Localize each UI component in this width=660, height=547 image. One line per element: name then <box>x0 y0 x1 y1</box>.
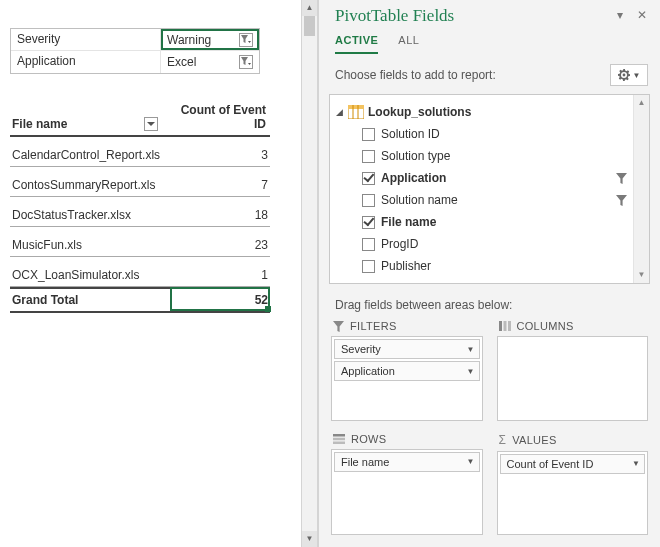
field-label: Publisher <box>381 259 431 273</box>
close-button[interactable]: ✕ <box>634 9 650 23</box>
grand-total-value: 52 <box>168 293 268 307</box>
filters-area: FILTERS Severity ▼ Application ▼ <box>331 320 483 421</box>
available-fields-list: ◢ Lookup_solutions Solution ID Solution … <box>329 94 650 284</box>
field-item-publisher[interactable]: Publisher <box>336 255 649 277</box>
table-row[interactable]: DocStatusTracker.xlsx 18 <box>10 197 270 227</box>
field-checkbox[interactable] <box>362 260 375 273</box>
field-item-solution-name[interactable]: Solution name <box>336 189 649 211</box>
row-value: 18 <box>168 208 268 222</box>
scroll-down-icon[interactable]: ▼ <box>634 267 649 283</box>
field-checkbox[interactable] <box>362 172 375 185</box>
funnel-dropdown-icon <box>241 57 251 67</box>
field-checkbox[interactable] <box>362 150 375 163</box>
area-item-label: File name <box>341 456 389 468</box>
chevron-down-icon[interactable]: ▼ <box>467 457 475 466</box>
panel-toolbar: Choose fields to add to report: ▼ <box>319 54 660 94</box>
field-checkbox[interactable] <box>362 216 375 229</box>
field-item-file-name[interactable]: File name <box>336 211 649 233</box>
panel-title: PivotTable Fields <box>335 6 454 26</box>
fields-list-scrollbar[interactable]: ▲ ▼ <box>633 95 649 283</box>
field-label: Solution ID <box>381 127 440 141</box>
area-item-file-name[interactable]: File name ▼ <box>334 452 480 472</box>
grand-total-row[interactable]: Grand Total 52 <box>10 287 270 313</box>
filters-dropzone[interactable]: Severity ▼ Application ▼ <box>331 336 483 421</box>
filter-row-severity: Severity Warning <box>11 29 259 51</box>
funnel-dropdown-icon <box>241 35 251 45</box>
field-checkbox[interactable] <box>362 128 375 141</box>
row-labels-header[interactable]: File name <box>10 99 164 135</box>
filter-value-cell[interactable]: Excel <box>161 51 259 73</box>
fields-source-node[interactable]: ◢ Lookup_solutions <box>336 101 649 123</box>
table-row[interactable]: OCX_LoanSimulator.xls 1 <box>10 257 270 287</box>
collapse-caret-icon[interactable]: ◢ <box>336 107 346 117</box>
values-dropzone[interactable]: Count of Event ID ▼ <box>497 451 649 536</box>
field-label: Solution name <box>381 193 458 207</box>
scroll-up-icon[interactable]: ▲ <box>634 95 649 111</box>
area-item-application[interactable]: Application ▼ <box>334 361 480 381</box>
filter-dropdown-button[interactable] <box>239 33 253 47</box>
area-item-count-event-id[interactable]: Count of Event ID ▼ <box>500 454 646 474</box>
filter-value-text: Excel <box>167 55 196 69</box>
values-header: Count of Event ID <box>164 99 270 135</box>
columns-dropzone[interactable] <box>497 336 649 421</box>
panel-header: PivotTable Fields ▾ ✕ <box>319 0 660 26</box>
tools-dropdown-button[interactable]: ▼ <box>610 64 648 86</box>
tab-all[interactable]: ALL <box>398 30 419 54</box>
table-row[interactable]: MusicFun.xls 23 <box>10 227 270 257</box>
table-row[interactable]: ContosSummaryReport.xls 7 <box>10 167 270 197</box>
filter-value-cell[interactable]: Warning <box>161 29 259 50</box>
chevron-down-icon[interactable]: ▼ <box>467 367 475 376</box>
active-cell-selection <box>170 287 270 311</box>
chevron-down-icon: ▼ <box>633 71 641 80</box>
fields-source-label: Lookup_solutions <box>368 105 471 119</box>
table-source-icon <box>348 105 364 119</box>
svg-rect-5 <box>503 321 506 331</box>
area-item-label: Application <box>341 365 395 377</box>
field-item-solution-type[interactable]: Solution type <box>336 145 649 167</box>
filter-value-text: Warning <box>167 33 211 47</box>
filter-dropdown-button[interactable] <box>239 55 253 69</box>
field-label: Solution type <box>381 149 450 163</box>
field-label: File name <box>381 215 436 229</box>
scroll-up-icon[interactable]: ▲ <box>302 0 317 16</box>
scroll-down-icon[interactable]: ▼ <box>302 531 317 547</box>
pivot-table-area: Severity Warning Application Excel File … <box>0 0 318 547</box>
pivot-data-zone: File name Count of Event ID CalendarCont… <box>10 99 270 313</box>
areas-grid: FILTERS Severity ▼ Application ▼ COLUMNS <box>319 320 660 547</box>
svg-rect-4 <box>499 321 502 331</box>
row-name: DocStatusTracker.xlsx <box>12 208 168 222</box>
svg-rect-6 <box>508 321 511 331</box>
field-checkbox[interactable] <box>362 238 375 251</box>
funnel-icon <box>616 195 627 206</box>
field-label: ProgID <box>381 237 418 251</box>
chevron-down-icon[interactable]: ▼ <box>467 345 475 354</box>
row-name: ContosSummaryReport.xls <box>12 178 168 192</box>
field-checkbox[interactable] <box>362 194 375 207</box>
row-name: OCX_LoanSimulator.xls <box>12 268 168 282</box>
svg-rect-9 <box>333 441 345 444</box>
row-dropdown-button[interactable] <box>144 117 158 131</box>
tab-active[interactable]: ACTIVE <box>335 30 378 54</box>
field-item-solution-id[interactable]: Solution ID <box>336 123 649 145</box>
task-pane-options-button[interactable]: ▾ <box>612 9 628 23</box>
chevron-down-icon <box>147 120 155 128</box>
drag-fields-caption: Drag fields between areas below: <box>319 284 660 320</box>
area-label: ROWS <box>351 433 386 445</box>
row-header-text: File name <box>12 117 67 131</box>
field-item-progid[interactable]: ProgID <box>336 233 649 255</box>
choose-fields-label: Choose fields to add to report: <box>335 68 496 82</box>
rows-area: ROWS File name ▼ <box>331 433 483 536</box>
sigma-icon: Σ <box>499 433 507 447</box>
chevron-down-icon[interactable]: ▼ <box>632 459 640 468</box>
field-label: Application <box>381 171 446 185</box>
row-value: 23 <box>168 238 268 252</box>
area-item-severity[interactable]: Severity ▼ <box>334 339 480 359</box>
rows-dropzone[interactable]: File name ▼ <box>331 449 483 536</box>
field-item-application[interactable]: Application <box>336 167 649 189</box>
report-filter-zone: Severity Warning Application Excel <box>10 28 260 74</box>
values-area: Σ VALUES Count of Event ID ▼ <box>497 433 649 536</box>
worksheet-vertical-scrollbar[interactable]: ▲ ▼ <box>301 0 317 547</box>
table-row[interactable]: CalendarControl_Report.xls 3 <box>10 137 270 167</box>
area-item-label: Count of Event ID <box>507 458 594 470</box>
scroll-thumb[interactable] <box>304 16 315 36</box>
